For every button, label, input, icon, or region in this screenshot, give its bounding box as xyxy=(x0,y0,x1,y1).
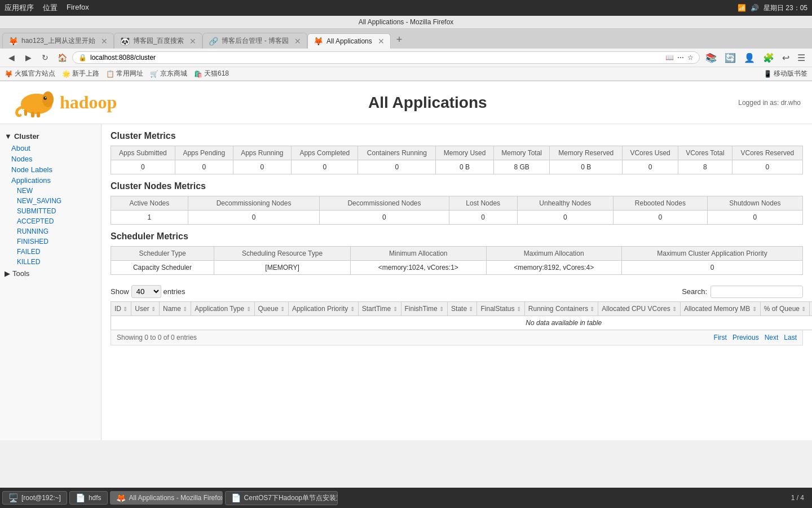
col-app-type[interactable]: Application Type ⇕ xyxy=(191,302,254,316)
bookmark-changyong[interactable]: 📋 常用网址 xyxy=(106,69,143,78)
sidebar-app-failed[interactable]: FAILED xyxy=(0,247,101,257)
showing-entries: Showing 0 to 0 of 0 entries xyxy=(117,334,197,341)
bookmark-tmall[interactable]: 🛍️ 天猫618 xyxy=(194,69,229,78)
sidebar-cluster-header[interactable]: ▼ Cluster xyxy=(0,130,101,143)
tab-bokeyuan[interactable]: 🐼 博客园_百度搜索 ✕ xyxy=(114,33,203,49)
col-unhealthy-nodes: Unhealthy Nodes xyxy=(517,196,613,211)
val-vcores-reserved: 0 xyxy=(732,160,802,174)
cluster-nodes-title: Cluster Nodes Metrics xyxy=(111,181,803,191)
entries-label: entries xyxy=(164,287,186,296)
sort-icon-alloc-cpu: ⇕ xyxy=(672,306,677,312)
search-input[interactable] xyxy=(710,286,803,298)
val-min-allocation: <memory:1024, vCores:1> xyxy=(351,261,486,275)
pagination-next[interactable]: Next xyxy=(765,334,779,341)
os-menu[interactable]: 应用程序 位置 Firefox xyxy=(5,3,89,13)
col-finish-time[interactable]: FinishTime ⇕ xyxy=(401,302,448,316)
back-button[interactable]: ◀ xyxy=(5,51,18,64)
scheduler-metrics-table: Scheduler Type Scheduling Resource Type … xyxy=(111,246,803,275)
tab-close-bokeyuan[interactable]: ✕ xyxy=(189,37,196,46)
bookmark-jd[interactable]: 🛒 京东商城 xyxy=(150,69,187,78)
sidebar-app-accepted[interactable]: ACCEPTED xyxy=(0,216,101,226)
col-queue[interactable]: Queue ⇕ xyxy=(254,302,288,316)
addons-icon[interactable]: 🧩 xyxy=(761,51,776,64)
os-icon-volume: 🔊 xyxy=(751,4,759,12)
col-state[interactable]: State ⇕ xyxy=(448,302,477,316)
new-tab-button[interactable]: + xyxy=(391,31,408,49)
col-id[interactable]: ID ⇕ xyxy=(111,302,131,316)
tab-label-all-apps: All Applications xyxy=(326,37,372,45)
bookmarks-bar: 🦊 火狐官方站点 🌟 新手上路 📋 常用网址 🛒 京东商城 🛍️ 天猫618 📱… xyxy=(0,67,812,81)
os-time: 星期日 23：05 xyxy=(764,3,807,13)
table-footer: Showing 0 to 0 of 0 entries First Previo… xyxy=(111,330,803,345)
sidebar-item-nodes[interactable]: Nodes xyxy=(0,154,101,164)
os-menu-firefox[interactable]: Firefox xyxy=(67,3,89,13)
pagination-first[interactable]: First xyxy=(714,334,727,341)
containers-icon[interactable]: 📚 xyxy=(703,51,719,64)
tab-close-all-apps[interactable]: ✕ xyxy=(378,37,385,46)
tab-favicon-bokeyuan: 🐼 xyxy=(120,37,130,46)
bookmark-huohu[interactable]: 🦊 火狐官方站点 xyxy=(5,69,55,78)
home-button[interactable]: 🏠 xyxy=(55,51,69,64)
col-pct-queue[interactable]: % of Queue ⇕ xyxy=(760,302,810,316)
bookmark-xinshou[interactable]: 🌟 新手上路 xyxy=(62,69,99,78)
col-rebooted-nodes: Rebooted Nodes xyxy=(613,196,707,211)
menu-icon[interactable]: ☰ xyxy=(795,51,807,64)
sidebar-app-submitted[interactable]: SUBMITTED xyxy=(0,206,101,216)
ssl-icon: 🔒 xyxy=(78,54,87,62)
svg-point-1 xyxy=(21,101,35,112)
back-nav-icon[interactable]: ↩ xyxy=(780,51,792,64)
sidebar-app-running[interactable]: RUNNING xyxy=(0,226,101,237)
sidebar-tools[interactable]: ▶ Tools xyxy=(0,267,101,280)
val-unhealthy-nodes: 0 xyxy=(517,211,613,225)
forward-button[interactable]: ▶ xyxy=(21,51,35,64)
address-bar[interactable]: 🔒 📖 ⋯ ☆ xyxy=(72,51,700,64)
address-more-icon[interactable]: ⋯ xyxy=(677,54,684,62)
val-active-nodes: 1 xyxy=(111,211,188,225)
sidebar-item-about[interactable]: About xyxy=(0,143,101,154)
col-alloc-cpu[interactable]: Allocated CPU VCores ⇕ xyxy=(598,302,681,316)
sidebar-tools-arrow: ▶ xyxy=(5,269,10,278)
cluster-metrics-table: Apps Submitted Apps Pending Apps Running… xyxy=(111,146,803,174)
sidebar-app-new-saving[interactable]: NEW_SAVING xyxy=(0,196,101,206)
tab-all-apps[interactable]: 🦊 All Applications ✕ xyxy=(307,33,391,49)
col-final-status[interactable]: FinalStatus ⇕ xyxy=(477,302,524,316)
bookmark-star-icon[interactable]: ☆ xyxy=(687,54,694,62)
pagination-previous[interactable]: Previous xyxy=(732,334,759,341)
col-scheduler-type: Scheduler Type xyxy=(111,247,214,261)
sidebar-item-nodelabels[interactable]: Node Labels xyxy=(0,164,101,175)
col-pct-cluster[interactable]: % of Cluster ⇕ xyxy=(810,302,812,316)
col-name[interactable]: Name ⇕ xyxy=(160,302,191,316)
entries-select[interactable]: 40 10 25 50 100 xyxy=(131,285,161,298)
os-menu-location[interactable]: 位置 xyxy=(43,3,58,13)
col-start-time[interactable]: StartTime ⇕ xyxy=(358,302,401,316)
sync-icon[interactable]: 🔄 xyxy=(722,51,738,64)
bookmark-mobile[interactable]: 📱 移动版书签 xyxy=(764,69,807,78)
col-decommissioning-nodes: Decommissioning Nodes xyxy=(188,196,320,211)
tab-admin[interactable]: 🔗 博客后台管理 - 博客园 ✕ xyxy=(202,33,307,49)
os-menu-apps[interactable]: 应用程序 xyxy=(5,3,34,13)
sidebar-app-new[interactable]: NEW xyxy=(0,186,101,196)
hadoop-elephant-svg xyxy=(11,87,56,118)
refresh-button[interactable]: ↻ xyxy=(38,51,52,64)
sidebar-app-finished[interactable]: FINISHED xyxy=(0,237,101,247)
applications-table: ID ⇕ User ⇕ Name ⇕ Application Type ⇕ Qu… xyxy=(111,301,812,330)
profile-icon[interactable]: 👤 xyxy=(742,51,757,64)
col-user[interactable]: User ⇕ xyxy=(131,302,160,316)
show-label: Show xyxy=(111,287,129,296)
val-apps-completed: 0 xyxy=(292,160,358,174)
svg-rect-5 xyxy=(31,112,34,117)
val-shutdown-nodes: 0 xyxy=(707,211,802,225)
sidebar-item-applications[interactable]: Applications xyxy=(0,175,101,186)
col-apps-completed: Apps Completed xyxy=(292,146,358,160)
tab-close-admin[interactable]: ✕ xyxy=(294,37,301,46)
col-app-priority[interactable]: Application Priority ⇕ xyxy=(288,302,358,316)
pagination-last[interactable]: Last xyxy=(784,334,797,341)
col-alloc-mem[interactable]: Allocated Memory MB ⇕ xyxy=(680,302,760,316)
sort-icon-running-containers: ⇕ xyxy=(590,306,594,312)
col-running-containers[interactable]: Running Containers ⇕ xyxy=(524,302,598,316)
address-input[interactable] xyxy=(90,54,662,62)
svg-rect-6 xyxy=(37,112,40,117)
tab-hao123[interactable]: 🦊 hao123_上网从这里开始 ✕ xyxy=(2,33,114,49)
tab-close-hao123[interactable]: ✕ xyxy=(101,37,108,46)
sidebar-app-killed[interactable]: KILLED xyxy=(0,257,101,267)
